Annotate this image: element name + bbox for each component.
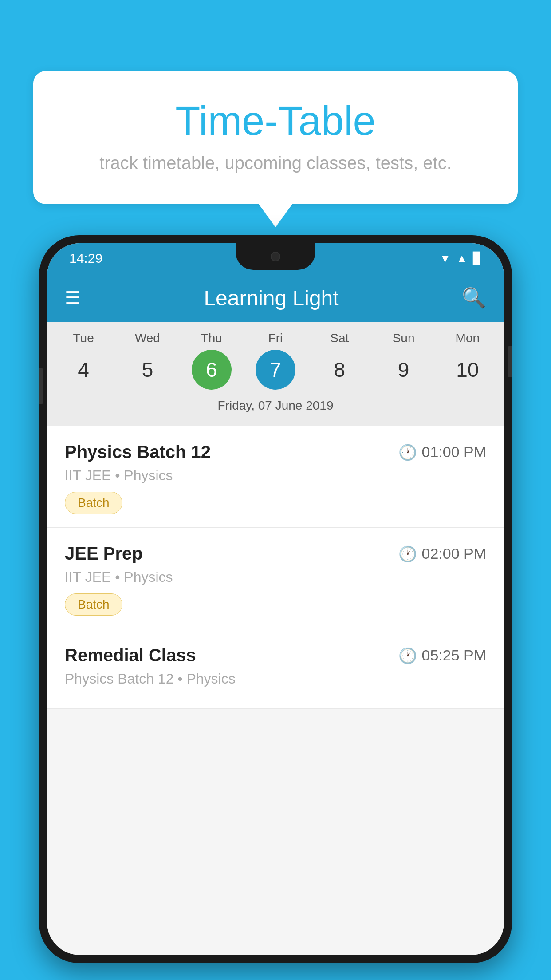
day-10[interactable]: 10 (448, 350, 488, 390)
wifi-icon: ▼ (440, 252, 451, 265)
camera (271, 252, 280, 261)
schedule-item-1-subtitle: IIT JEE • Physics (65, 467, 486, 484)
schedule-item-3[interactable]: Remedial Class 🕐 05:25 PM Physics Batch … (47, 629, 504, 709)
day-8[interactable]: 8 (319, 350, 359, 390)
clock-icon-2: 🕐 (398, 545, 417, 563)
day-header-sat: Sat (307, 331, 371, 345)
power-button (508, 346, 512, 377)
schedule-item-2-subtitle: IIT JEE • Physics (65, 569, 486, 585)
schedule-item-3-time: 🕐 05:25 PM (398, 647, 486, 664)
clock-icon-1: 🕐 (398, 443, 417, 461)
phone-frame: 14:29 ▼ ▲ ▊ ☰ Learning Light 🔍 Tue Wed T… (39, 235, 512, 963)
search-icon[interactable]: 🔍 (462, 286, 486, 309)
notch (236, 243, 315, 270)
day-9[interactable]: 9 (384, 350, 424, 390)
speech-bubble-card: Time-Table track timetable, upcoming cla… (33, 71, 518, 204)
calendar-strip: Tue Wed Thu Fri Sat Sun Mon 4 5 6 7 8 9 … (47, 322, 504, 426)
hamburger-icon[interactable]: ☰ (65, 288, 81, 308)
day-5[interactable]: 5 (127, 350, 167, 390)
schedule-item-1-title: Physics Batch 12 (65, 442, 211, 462)
day-header-sun: Sun (371, 331, 435, 345)
schedule-item-2-header: JEE Prep 🕐 02:00 PM (65, 544, 486, 564)
day-header-thu: Thu (180, 331, 244, 345)
clock-icon-3: 🕐 (398, 647, 417, 664)
schedule-item-3-title: Remedial Class (65, 645, 196, 665)
day-headers: Tue Wed Thu Fri Sat Sun Mon (47, 331, 504, 345)
day-header-wed: Wed (115, 331, 179, 345)
selected-date: Friday, 07 June 2019 (47, 394, 504, 422)
schedule-item-3-header: Remedial Class 🕐 05:25 PM (65, 645, 486, 665)
batch-badge-2: Batch (65, 593, 122, 616)
schedule-list: Physics Batch 12 🕐 01:00 PM IIT JEE • Ph… (47, 426, 504, 709)
day-7-selected[interactable]: 7 (256, 350, 295, 390)
day-4[interactable]: 4 (63, 350, 103, 390)
volume-button (39, 368, 43, 404)
bubble-title: Time-Table (69, 98, 482, 144)
signal-icon: ▲ (456, 252, 468, 265)
status-icons: ▼ ▲ ▊ (440, 252, 482, 265)
app-title: Learning Light (204, 286, 338, 310)
status-time: 14:29 (69, 251, 102, 266)
schedule-item-1-header: Physics Batch 12 🕐 01:00 PM (65, 442, 486, 462)
status-bar: 14:29 ▼ ▲ ▊ (47, 243, 504, 273)
day-header-fri: Fri (244, 331, 307, 345)
day-numbers: 4 5 6 7 8 9 10 (47, 350, 504, 390)
schedule-item-2-time: 🕐 02:00 PM (398, 545, 486, 563)
schedule-item-3-subtitle: Physics Batch 12 • Physics (65, 671, 486, 687)
schedule-item-1-time: 🕐 01:00 PM (398, 443, 486, 461)
day-header-mon: Mon (436, 331, 500, 345)
schedule-item-2[interactable]: JEE Prep 🕐 02:00 PM IIT JEE • Physics Ba… (47, 528, 504, 629)
bubble-subtitle: track timetable, upcoming classes, tests… (69, 153, 482, 173)
batch-badge-1: Batch (65, 492, 122, 514)
app-bar: ☰ Learning Light 🔍 (47, 273, 504, 322)
phone-screen: 14:29 ▼ ▲ ▊ ☰ Learning Light 🔍 Tue Wed T… (47, 243, 504, 955)
schedule-item-1[interactable]: Physics Batch 12 🕐 01:00 PM IIT JEE • Ph… (47, 426, 504, 528)
battery-icon: ▊ (473, 252, 482, 265)
schedule-item-2-title: JEE Prep (65, 544, 143, 564)
day-header-tue: Tue (51, 331, 115, 345)
day-6-today[interactable]: 6 (192, 350, 232, 390)
